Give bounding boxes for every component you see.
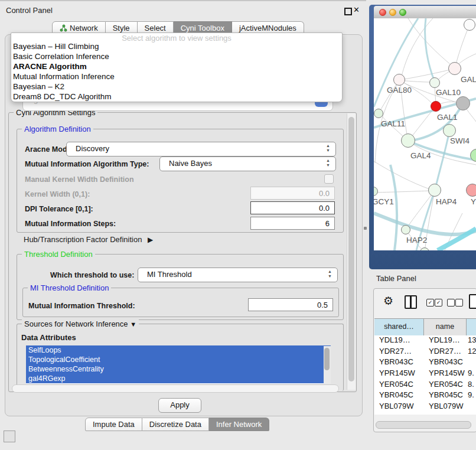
algorithm-definition-legend: Algorithm Definition: [22, 125, 93, 133]
aracne-mode-combobox[interactable]: Discovery ▲▼: [66, 142, 336, 156]
attributes-scrollbar-thumb[interactable]: [324, 348, 330, 370]
close-traffic-light[interactable]: [379, 9, 386, 16]
data-attribute-item[interactable]: SelfLoops: [26, 345, 331, 355]
node-label: Y: [471, 197, 476, 206]
control-panel-titlebar: [0, 0, 366, 19]
table-row[interactable]: YER054CYER054C8.: [374, 380, 476, 391]
select-all-checkbox-icon[interactable]: ✓: [426, 299, 434, 306]
control-panel-title: Control Panel: [6, 6, 53, 15]
column-header[interactable]: name: [424, 319, 467, 335]
mi-type-combobox[interactable]: Naive Bayes ▲▼: [159, 156, 336, 171]
unselect-checkbox-icon[interactable]: [447, 299, 455, 306]
close-icon[interactable]: ✕: [353, 5, 360, 14]
tab-impute-data[interactable]: Impute Data: [85, 418, 142, 431]
column-header[interactable]: shared…: [374, 319, 424, 335]
table-row[interactable]: YPR145WYPR145W9.: [374, 369, 476, 380]
network-window-titlebar[interactable]: [374, 6, 476, 19]
mi-threshold-input[interactable]: 0.5: [248, 298, 333, 311]
network-icon: [60, 24, 67, 32]
tab-infer-network[interactable]: Infer Network: [209, 418, 269, 431]
attributes-scrollbar[interactable]: [324, 346, 331, 384]
node-label: GAL4: [410, 151, 431, 160]
apply-button[interactable]: Apply: [158, 398, 201, 413]
node-label: GCY1: [374, 197, 394, 206]
gear-icon[interactable]: ⚙: [383, 294, 393, 308]
table-row[interactable]: YBR045CYBR045C9.: [374, 390, 476, 402]
float-window-icon[interactable]: [344, 8, 352, 15]
algorithm-option[interactable]: Mutual Information Inference: [11, 71, 342, 81]
column-header[interactable]: [467, 319, 476, 335]
network-node[interactable]: [456, 96, 470, 110]
sources-legend[interactable]: Sources for Network Inference ▼: [22, 319, 139, 328]
settings-scrollbar[interactable]: [347, 113, 356, 390]
settings-scrollbar-thumb[interactable]: [348, 117, 354, 381]
table-cell: YER054C: [374, 380, 424, 391]
network-node-gal1[interactable]: [431, 101, 441, 112]
table-cell: 12: [467, 347, 476, 358]
table-cell: YPR145W: [424, 369, 467, 380]
manual-kernel-checkbox[interactable]: [324, 174, 334, 184]
new-table-icon[interactable]: [469, 294, 476, 309]
network-node[interactable]: [464, 19, 475, 31]
dpi-tolerance-label: DPI Tolerance [0,1]:: [25, 205, 93, 213]
data-attributes-label: Data Attributes: [21, 333, 76, 342]
tab-label: Discretize Data: [149, 418, 201, 431]
table-cell: 9.: [467, 390, 476, 402]
splitter-handle[interactable]: [364, 227, 367, 230]
data-attribute-item[interactable]: TopologicalCoefficient: [26, 355, 331, 364]
node-label: HAP4: [436, 197, 457, 206]
network-node-gal10[interactable]: [429, 77, 440, 88]
algorithm-dropdown-placeholder: Select algorithm to view settings: [11, 33, 342, 41]
which-threshold-combobox[interactable]: MI Threshold ▲▼: [138, 268, 338, 282]
manual-kernel-label: Manual Kernel Width Definition: [25, 175, 134, 184]
network-node-gal11[interactable]: [374, 109, 383, 118]
network-node-gal4[interactable]: [401, 133, 415, 148]
table-cell: YBL079W: [424, 402, 467, 413]
algorithm-option[interactable]: Bayesian – K2: [11, 81, 342, 92]
table-cell: [467, 402, 476, 413]
table-row[interactable]: YDL19…YDL19…13: [374, 335, 476, 347]
data-attributes-list[interactable]: SelfLoopsTopologicalCoefficientBetweenne…: [26, 345, 331, 384]
table-row[interactable]: YBR043CYBR043C: [374, 357, 476, 369]
hub-definition-toggle[interactable]: Hub/Transcription Factor Definition ▶: [24, 235, 153, 244]
node-label: GAL: [461, 75, 476, 84]
data-attribute-item[interactable]: BetweennessCentrality: [26, 364, 331, 374]
data-attribute-item[interactable]: gal4RGexp: [26, 374, 331, 383]
minimize-traffic-light[interactable]: [389, 9, 396, 16]
algorithm-option[interactable]: ARACNE Algorithm: [11, 61, 342, 71]
kernel-width-input[interactable]: 0.0: [250, 187, 335, 200]
algorithm-option[interactable]: Dream8 DC_TDC Algorithm: [11, 92, 342, 102]
table-row[interactable]: YLR345WYLR345W9.: [374, 413, 476, 415]
network-node-y[interactable]: [466, 184, 476, 197]
network-edges: [374, 18, 476, 250]
table-panel: ⚙ ✓ ✓ shared…name YDL19…YDL19…13YDR27…YD…: [373, 288, 476, 432]
algorithm-option[interactable]: Bayesian – Hill Climbing: [11, 41, 342, 51]
table-row[interactable]: YDR27…YDR27…12: [374, 347, 476, 358]
mi-steps-input[interactable]: 6: [250, 217, 335, 230]
network-view-window: GALGAL80GAL10GAL1GAL11SWI4GAL4GCY1HAP4YH…: [369, 5, 476, 269]
panel-dock-icon[interactable]: [4, 431, 15, 442]
zoom-traffic-light[interactable]: [399, 9, 406, 16]
table-row[interactable]: YBL079WYBL079W: [374, 402, 476, 413]
dpi-tolerance-input[interactable]: 0.0: [250, 201, 335, 214]
bottom-tabs: Impute DataDiscretize DataInfer Network: [85, 418, 269, 431]
table-rows[interactable]: YDL19…YDL19…13YDR27…YDR27…12YBR043CYBR04…: [374, 335, 476, 415]
tab-discretize-data[interactable]: Discretize Data: [142, 418, 209, 431]
split-view-icon[interactable]: [405, 295, 417, 309]
algorithm-dropdown-popup: Select algorithm to view settings Bayesi…: [11, 32, 343, 102]
screen: Control Panel ✕ NetworkStyleSelectCyni T…: [0, 0, 476, 450]
network-node-gal80[interactable]: [393, 74, 405, 86]
unselect-checkbox-icon[interactable]: [455, 299, 463, 306]
algorithm-option[interactable]: Basic Correlation Inference: [11, 51, 342, 61]
network-node-hap2[interactable]: [401, 225, 410, 234]
network-canvas[interactable]: GALGAL80GAL10GAL1GAL11SWI4GAL4GCY1HAP4YH…: [374, 18, 476, 250]
network-node-gal[interactable]: [448, 62, 461, 75]
table-hscrollbar[interactable]: [376, 421, 471, 429]
select-all-checkbox-icon[interactable]: ✓: [435, 299, 442, 306]
network-node-hap4[interactable]: [428, 184, 441, 197]
combo-stepper-icon: ▲▼: [325, 144, 331, 153]
settings-hscrollbar[interactable]: [12, 384, 339, 393]
network-node-swi4[interactable]: [443, 124, 456, 137]
mi-type-value: Naive Bayes: [169, 159, 212, 168]
table-cell: [467, 357, 476, 369]
